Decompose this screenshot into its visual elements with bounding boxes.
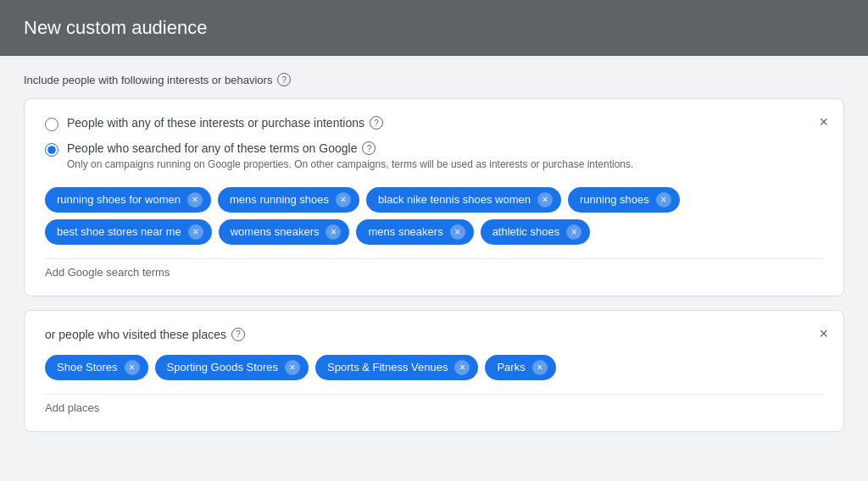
remove-place-button[interactable]: × xyxy=(285,360,300,375)
remove-place-button[interactable]: × xyxy=(454,360,470,375)
radio2-sublabel: Only on campaigns running on Google prop… xyxy=(67,158,633,172)
remove-place-button[interactable]: × xyxy=(125,360,140,375)
remove-search-term-button[interactable]: × xyxy=(537,192,553,207)
places-card-close-button[interactable]: × xyxy=(817,324,830,343)
remove-search-term-button[interactable]: × xyxy=(656,192,671,207)
search-term-tag: womens sneakers× xyxy=(219,219,350,245)
remove-search-term-button[interactable]: × xyxy=(336,192,351,207)
search-term-tag: mens running shoes× xyxy=(218,187,359,213)
radio-option-interests[interactable]: People with any of these interests or pu… xyxy=(45,116,823,131)
radio-option-search[interactable]: People who searched for any of these ter… xyxy=(45,141,823,172)
place-tag: Parks× xyxy=(485,355,555,380)
section-help-icon[interactable]: ? xyxy=(277,73,291,86)
places-help-icon[interactable]: ? xyxy=(231,328,245,341)
page-header: New custom audience xyxy=(0,0,868,56)
interests-card-close-button[interactable]: × xyxy=(817,113,830,131)
places-tags: Shoe Stores×Sporting Goods Stores×Sports… xyxy=(45,355,823,380)
main-content: Include people with following interests … xyxy=(0,56,868,462)
search-term-tag: athletic shoes× xyxy=(481,219,591,245)
radio1-help-icon[interactable]: ? xyxy=(370,116,383,130)
place-tag: Sports & Fitness Venues× xyxy=(315,355,478,380)
interests-card: × People with any of these interests or … xyxy=(24,98,844,296)
search-term-tag: best shoe stores near me× xyxy=(45,219,212,245)
search-terms-tags: running shoes for women×mens running sho… xyxy=(45,187,823,245)
place-tag: Shoe Stores× xyxy=(45,355,148,380)
radio-search-input[interactable] xyxy=(45,143,58,157)
add-places-input[interactable]: Add places xyxy=(45,394,823,414)
remove-search-term-button[interactable]: × xyxy=(450,224,465,240)
remove-search-term-button[interactable]: × xyxy=(326,224,341,240)
add-search-terms-input[interactable]: Add Google search terms xyxy=(45,258,823,279)
interest-type-radio-group: People with any of these interests or pu… xyxy=(45,116,823,172)
radio2-help-icon[interactable]: ? xyxy=(362,141,376,155)
section-label: Include people with following interests … xyxy=(24,73,844,86)
page-title: New custom audience xyxy=(24,17,844,39)
remove-place-button[interactable]: × xyxy=(532,360,548,375)
search-term-tag: mens sneakers× xyxy=(356,219,473,245)
search-term-tag: running shoes× xyxy=(568,187,680,213)
search-term-tag: black nike tennis shoes women× xyxy=(366,187,561,213)
places-card: × or people who visited these places ? S… xyxy=(24,310,844,432)
remove-search-term-button[interactable]: × xyxy=(187,192,203,207)
place-tag: Sporting Goods Stores× xyxy=(155,355,309,380)
remove-search-term-button[interactable]: × xyxy=(566,224,581,240)
radio-interests-input[interactable] xyxy=(45,118,58,131)
remove-search-term-button[interactable]: × xyxy=(188,224,203,240)
search-term-tag: running shoes for women× xyxy=(45,187,211,213)
